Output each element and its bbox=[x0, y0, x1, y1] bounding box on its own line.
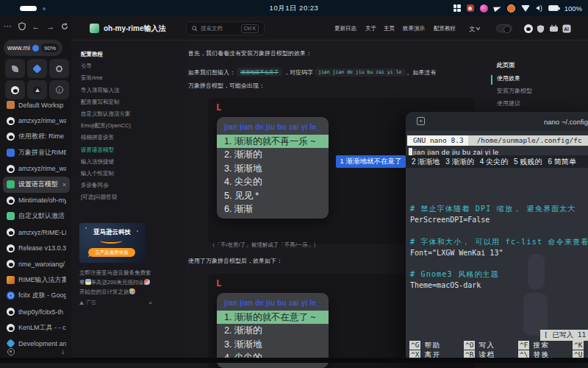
doc-nav-item[interactable]: 自定义默认激活方案 bbox=[81, 110, 181, 122]
wifi-icon[interactable] bbox=[521, 5, 530, 12]
essential-tab-2[interactable] bbox=[27, 59, 47, 78]
browser-tab[interactable]: amzxyz/rime_wa bbox=[3, 113, 70, 130]
nano-shortcut[interactable]: ^G帮助 bbox=[409, 341, 464, 350]
terminal-titlebar[interactable]: + nano ~/.config bbox=[406, 112, 588, 131]
browser-tab[interactable]: thep0y/fcitx5-th bbox=[3, 304, 70, 320]
github-icon bbox=[11, 86, 19, 94]
doc-nav-item[interactable]: [可选]问题答疑 bbox=[81, 194, 181, 205]
outline-item[interactable]: 使用建议 bbox=[497, 99, 532, 112]
ad-text[interactable]: 立即注册亚马逊云服务免费套餐享高达200美元抵扣金开始您的云计算之旅 bbox=[79, 268, 152, 297]
ad-image[interactable]: 亚马逊云科技 云产品免费体验 bbox=[79, 223, 145, 263]
party-emoji bbox=[129, 289, 135, 294]
desktop: 10月1日 20:23 ) 100% ⋯ ← → www.mi bbox=[0, 0, 588, 368]
ad-close-button[interactable]: × bbox=[148, 300, 152, 306]
ai-icon[interactable]: AI bbox=[562, 16, 571, 40]
doc-nav-item[interactable]: Emoji配置(OpenCC) bbox=[81, 122, 181, 134]
reload-icon[interactable] bbox=[61, 23, 68, 30]
ad-cta-button[interactable]: 云产品免费体验 bbox=[88, 248, 135, 257]
browser-tab[interactable]: 万象拼音让RIME bbox=[3, 145, 70, 161]
search-box[interactable]: 搜索文档 Ctrl K bbox=[186, 21, 265, 35]
nano-shortcut[interactable]: ^O写入 bbox=[464, 341, 518, 350]
settings-icon[interactable] bbox=[7, 348, 15, 355]
nano-shortcut[interactable]: ^K剪切 bbox=[573, 341, 588, 350]
menu-ellipsis-icon[interactable]: ⋯ bbox=[4, 21, 12, 31]
browser-tab[interactable]: Mintimate/oh-my bbox=[3, 193, 70, 209]
doc-nav-item[interactable]: 输入个性定制 bbox=[81, 170, 181, 182]
nano-status: [ 已写入 11 bbox=[540, 330, 588, 341]
doc-nav-item[interactable]: 输入法快捷键 bbox=[81, 158, 181, 170]
tray-app-icon-orange[interactable] bbox=[507, 4, 515, 13]
browser-tab[interactable]: RIME输入法方案 bbox=[3, 272, 70, 289]
language-icon[interactable]: 文 bbox=[469, 16, 481, 40]
doc-nav-item[interactable]: 配置覆写和定制 bbox=[81, 99, 181, 110]
site-brand[interactable]: oh-my-rime输入法 bbox=[90, 16, 165, 40]
bilibili-icon[interactable] bbox=[549, 16, 559, 40]
site-logo-icon bbox=[90, 24, 99, 33]
doc-nav-item[interactable]: 引导 bbox=[81, 63, 181, 74]
telegram-icon[interactable] bbox=[493, 4, 502, 12]
tab-favicon bbox=[7, 117, 15, 125]
zoom-level-badge[interactable]: 90% bbox=[41, 43, 59, 52]
tab-favicon bbox=[7, 101, 15, 109]
ad-card: 亚马逊云科技 云产品免费体验 立即注册亚马逊云服务免费套餐享高达200美元抵扣金… bbox=[79, 223, 168, 306]
browser-tab[interactable]: Release v13.0.3 bbox=[3, 240, 70, 256]
shield-link-icon[interactable] bbox=[537, 16, 545, 40]
shield-icon[interactable] bbox=[18, 22, 26, 30]
nav-demo[interactable]: 效果演示 bbox=[403, 16, 425, 40]
essential-tab-1[interactable] bbox=[5, 59, 25, 78]
github-link-icon[interactable] bbox=[524, 16, 533, 40]
card-emoji bbox=[85, 279, 91, 285]
new-tab-icon[interactable]: + bbox=[417, 117, 425, 125]
ad-footer: 广告 × bbox=[79, 299, 152, 306]
terminal-buffer[interactable]: # 禁止字体随着 DPI 缩放， 避免界面太大PerScreenDPI=Fals… bbox=[410, 171, 588, 291]
ime-candidate: 6. 渐渐 bbox=[217, 202, 329, 216]
browser-tab[interactable]: rime_wanxiang/ bbox=[3, 256, 70, 272]
browser-tab[interactable]: KenLM工具 - - c bbox=[3, 319, 70, 336]
tray-app-icon-red[interactable] bbox=[467, 4, 474, 12]
browser-tab[interactable]: 使用教程: Rime bbox=[3, 129, 70, 145]
apps-grid-icon[interactable] bbox=[453, 4, 461, 12]
browser-tab[interactable]: fcitx 皮肤 - Goog bbox=[3, 288, 70, 304]
url-bar[interactable]: www.mi 90% bbox=[4, 40, 62, 56]
nano-shortcut[interactable]: ^F搜索 bbox=[518, 341, 573, 350]
aws-smile-icon bbox=[100, 238, 122, 244]
nav-changelog[interactable]: 更新日志 bbox=[334, 16, 356, 40]
doc-nav-section[interactable]: 配置教程 bbox=[81, 51, 181, 63]
doc-nav-item[interactable]: 模糊拼音设置 bbox=[81, 134, 181, 146]
essential-tab-3[interactable] bbox=[49, 59, 69, 78]
paragraph-3: 使用了万象拼音模型后，效果如下： bbox=[188, 257, 282, 265]
outline-item[interactable]: 使用效果 bbox=[497, 74, 532, 87]
doc-nav-item[interactable]: 导入薄荷输入法 bbox=[81, 87, 181, 99]
system-topbar: 10月1日 20:23 ) 100% bbox=[0, 0, 588, 16]
tab-favicon bbox=[7, 212, 15, 220]
nav-tutorial[interactable]: 配置教程 bbox=[434, 16, 456, 40]
ime-candidate: 3 渐渐的 bbox=[445, 157, 473, 167]
doc-nav-item[interactable]: 多设备同步 bbox=[81, 182, 181, 194]
close-icon[interactable]: × bbox=[62, 181, 66, 188]
browser-tab[interactable]: amzxyz/rime_wa bbox=[3, 160, 70, 177]
outline-item[interactable]: 安装万象模型 bbox=[497, 87, 532, 99]
browser-tab[interactable]: amzxyz/RIME-LM bbox=[3, 224, 70, 241]
nano-header: GNU nano 8.3 /home/sunmaple/.config/fc bbox=[407, 135, 588, 146]
nav-home[interactable]: 主页 bbox=[384, 16, 395, 40]
volume-icon[interactable]: ) bbox=[536, 4, 542, 12]
browser-tab[interactable]: Default Worksp bbox=[3, 97, 70, 113]
tray-app-icon-pink[interactable] bbox=[480, 4, 488, 13]
doc-nav-item[interactable]: 设置语言模型 bbox=[81, 146, 181, 158]
cursor-mark: L bbox=[216, 278, 221, 289]
dark-mode-toggle[interactable] bbox=[496, 16, 512, 40]
search-placeholder: 搜索文档 bbox=[201, 25, 223, 32]
browser-tab[interactable]: 自定义默认激活 bbox=[3, 208, 70, 224]
doc-nav-item[interactable]: 安装rime bbox=[81, 74, 181, 86]
outline-header: 此页面 bbox=[497, 61, 514, 69]
tab-favicon bbox=[7, 291, 15, 300]
ime-candidate: 2. 渐渐的 bbox=[217, 148, 329, 161]
inline-code-pinyin: jian jian de jiu bu zai yi le bbox=[315, 68, 406, 77]
battery-percent: 100% bbox=[564, 4, 582, 13]
terminal-window: + nano ~/.config GNU nano 8.3 /home/sunm… bbox=[406, 112, 588, 362]
browser-tab[interactable]: 设置语言模型 × bbox=[3, 177, 70, 193]
forward-icon[interactable]: → bbox=[46, 22, 54, 31]
back-icon[interactable]: ← bbox=[32, 22, 40, 31]
nav-about[interactable]: 关于 bbox=[365, 16, 376, 40]
download-icon[interactable]: ↓ bbox=[61, 348, 65, 355]
